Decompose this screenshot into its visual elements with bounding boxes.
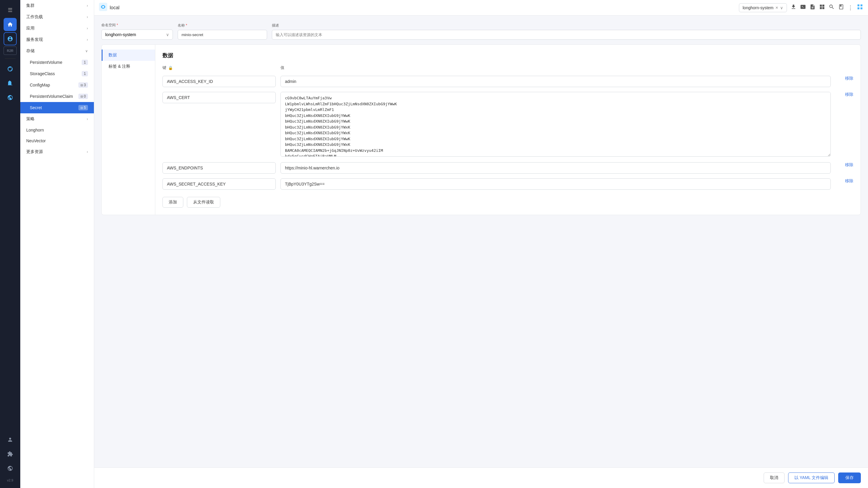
desc-input[interactable] <box>272 30 861 40</box>
terminal-icon[interactable] <box>800 4 806 11</box>
namespace-close-icon[interactable]: ✕ <box>775 6 778 10</box>
sidebar-item-pvc[interactable]: PersistentVolumeClaim ⊟ 0 <box>20 91 94 102</box>
grid-icon[interactable] <box>857 4 863 11</box>
table-row: 移除 <box>162 76 854 87</box>
cm-badge-icon: ⊟ <box>81 84 83 87</box>
sidebar-item-neuvector-label: NeuVector <box>26 138 45 143</box>
sidebar-item-secret[interactable]: Secret ⊟ 5 <box>20 102 94 113</box>
sidebar-item-pv-label: PersistentVolume <box>30 60 62 65</box>
name-label: 名称 * <box>178 23 267 28</box>
icon-bar: ☰ R2R v2.9 <box>0 0 20 488</box>
cm-badge: ⊟ 3 <box>79 82 88 88</box>
name-field: 名称 * <box>178 23 267 40</box>
sidebar-item-service-discovery[interactable]: 服务发现 › <box>20 34 94 45</box>
version-label: v2.9 <box>7 476 13 484</box>
remove-button-1[interactable]: 移除 <box>845 76 854 81</box>
name-required: * <box>186 23 187 27</box>
svg-point-1 <box>102 6 104 7</box>
sc-badge: 1 <box>82 71 88 76</box>
topbar-icons: ⋮ <box>790 4 863 11</box>
value-input-1[interactable] <box>280 76 831 87</box>
sidebar-item-longhorn[interactable]: Longhorn <box>20 125 94 136</box>
value-textarea-2[interactable]: cG9vbC0wLTAuYmFja3Vw LW1pbmlvLWhsLmRlZmF… <box>280 92 831 156</box>
namespace-chevron-down-icon: ∨ <box>166 32 169 37</box>
namespace-chevron-icon: ∨ <box>780 5 783 10</box>
main-card: 数据 标签 & 注释 数据 键 🔒 值 <box>101 45 861 215</box>
sidebar-item-sc[interactable]: StorageClass 1 <box>20 68 94 79</box>
table-row: cG9vbC0wLTAuYmFja3Vw LW1pbmlvLWhsLmRlZmF… <box>162 92 854 157</box>
r2r-badge[interactable]: R2R <box>4 47 17 55</box>
menu-toggle[interactable]: ☰ <box>4 4 17 17</box>
upload-icon[interactable] <box>790 4 797 11</box>
file-icon[interactable] <box>810 4 815 11</box>
remove-button-2[interactable]: 移除 <box>845 92 854 97</box>
sidebar-item-neuvector[interactable]: NeuVector <box>20 136 94 146</box>
topbar: local longhorn-system ✕ ∨ <box>94 0 868 16</box>
sidebar-item-apps[interactable]: 应用 › <box>20 23 94 34</box>
globe2-icon-btn[interactable] <box>4 462 17 475</box>
home-icon-btn[interactable] <box>4 18 17 31</box>
book-icon[interactable] <box>838 4 844 11</box>
pv-badge: 1 <box>82 60 88 65</box>
user-icon-btn[interactable] <box>4 433 17 446</box>
key-input-1[interactable] <box>162 76 276 87</box>
card-sidebar: 数据 标签 & 注释 <box>102 45 155 215</box>
tab-labels[interactable]: 标签 & 注释 <box>102 61 155 72</box>
read-file-button[interactable]: 从文件读取 <box>187 197 220 208</box>
key-input-3[interactable] <box>162 162 276 174</box>
sidebar-item-sc-label: StorageClass <box>30 71 55 76</box>
namespace-select[interactable]: longhorn-system ∨ <box>101 30 173 40</box>
table-row: 移除 <box>162 178 854 190</box>
lock-icon: 🔒 <box>168 66 173 70</box>
puzzle-icon-btn[interactable] <box>4 448 17 461</box>
tab-data[interactable]: 数据 <box>102 50 155 61</box>
namespace-value: longhorn-system <box>743 5 774 10</box>
key-input-2[interactable] <box>162 92 276 103</box>
sidebar-item-apps-label: 应用 <box>26 26 35 31</box>
remove-button-3[interactable]: 移除 <box>845 162 854 168</box>
add-button[interactable]: 添加 <box>162 197 183 208</box>
topbar-brand: local <box>99 3 120 13</box>
chevron-right-icon: › <box>87 4 88 8</box>
key-input-4[interactable] <box>162 178 276 190</box>
anchor-icon-btn[interactable] <box>4 62 17 76</box>
namespace-tag[interactable]: longhorn-system ✕ ∨ <box>739 3 787 12</box>
value-input-3[interactable] <box>280 162 831 174</box>
chevron-right-icon: › <box>87 15 88 19</box>
app-icon-btn[interactable] <box>4 32 17 45</box>
sidebar-item-policy[interactable]: 策略 › <box>20 113 94 125</box>
sidebar-item-more[interactable]: 更多资源 › <box>20 146 94 157</box>
sidebar-item-secret-label: Secret <box>30 105 42 110</box>
globe-icon-btn[interactable] <box>4 91 17 104</box>
chevron-right-icon: › <box>87 37 88 42</box>
section-title: 数据 <box>162 52 854 59</box>
namespace-label: 命名空间 * <box>101 23 173 28</box>
remove-button-4[interactable]: 移除 <box>845 178 854 184</box>
yaml-edit-button[interactable]: 以 YAML 文件编辑 <box>788 472 835 483</box>
sidebar-item-cluster[interactable]: 集群 › <box>20 0 94 11</box>
save-button[interactable]: 保存 <box>838 472 861 483</box>
sail-icon-btn[interactable] <box>4 77 17 90</box>
sidebar-item-storage[interactable]: 存储 ∨ <box>20 45 94 57</box>
value-input-4[interactable] <box>280 178 831 190</box>
cancel-button[interactable]: 取消 <box>764 472 784 483</box>
sidebar-item-configmap-label: ConfigMap <box>30 83 50 87</box>
pvc-badge-icon: ⊟ <box>81 95 83 98</box>
column-headers: 键 🔒 值 <box>162 65 854 73</box>
split-icon[interactable] <box>819 4 825 11</box>
card-content: 数据 键 🔒 值 <box>155 45 861 215</box>
pvc-badge: ⊟ 0 <box>79 94 88 99</box>
chevron-right-icon: › <box>87 117 88 121</box>
sidebar-item-workload[interactable]: 工作负载 › <box>20 11 94 23</box>
sidebar-item-policy-label: 策略 <box>26 116 35 122</box>
sidebar-item-service-discovery-label: 服务发现 <box>26 37 43 42</box>
name-input[interactable] <box>178 30 267 40</box>
namespace-select-value: longhorn-system <box>105 32 136 37</box>
sidebar-item-configmap[interactable]: ConfigMap ⊟ 3 <box>20 79 94 91</box>
secret-badge: ⊟ 5 <box>79 105 88 110</box>
sidebar-item-pv[interactable]: PersistentVolume 1 <box>20 57 94 68</box>
more-icon[interactable]: ⋮ <box>848 4 853 11</box>
chevron-right-icon: › <box>87 150 88 154</box>
sidebar-item-cluster-label: 集群 <box>26 3 35 8</box>
search-icon[interactable] <box>829 4 835 11</box>
